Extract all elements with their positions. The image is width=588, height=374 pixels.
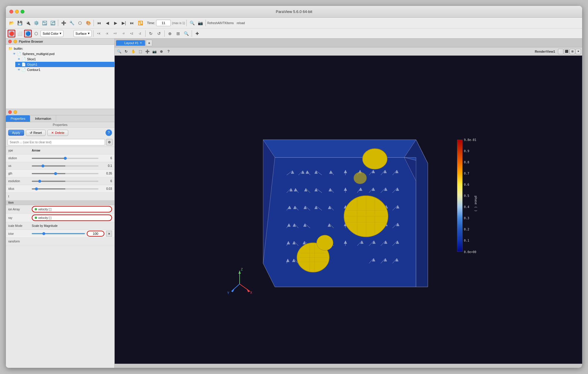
orientation-array-field[interactable]: velocity [ ] <box>32 206 112 212</box>
scale-array-field[interactable]: velocity [ ] <box>32 215 112 221</box>
tab-information[interactable]: Information <box>30 115 56 122</box>
pipeline-browser-min[interactable] <box>14 40 17 43</box>
search-settings-icon[interactable]: ⚙ <box>106 139 113 145</box>
next-frame-icon[interactable]: ▶| <box>120 19 128 27</box>
settings-icon[interactable]: 🔧 <box>68 19 76 27</box>
pipeline-item-spheres[interactable]: 👁 📄 Spheres_multigrid.pvd <box>11 51 114 56</box>
prop-slider-container-gth: 0.35 <box>32 172 112 175</box>
play-icon[interactable]: ▶ <box>112 19 119 27</box>
rv-close-icon[interactable]: ✕ <box>576 49 581 54</box>
minimize-button[interactable] <box>15 10 19 14</box>
rt-pan-icon[interactable]: ✋ <box>130 48 136 55</box>
pipeline-item-slice1[interactable]: 👁 📄 Slice1 <box>15 56 114 62</box>
view-x-neg[interactable]: -X <box>103 30 111 37</box>
rt-rotate-icon[interactable]: ↻ <box>123 48 129 55</box>
properties-panel-title: Properties <box>6 122 114 128</box>
render-viewport[interactable]: 9.8e-01 0.9 0.8 0.7 0.6 0.5 0.4 0.3 0.2 … <box>115 56 582 368</box>
reset-button[interactable]: ↺ Reset <box>26 130 46 136</box>
disconnect-icon[interactable]: ⚙️ <box>32 19 40 27</box>
pick-icon[interactable]: ✚ <box>193 30 201 37</box>
new-source-icon[interactable]: ➕ <box>60 19 67 27</box>
view-z-neg[interactable]: -Z <box>136 30 144 37</box>
first-frame-icon[interactable]: ⏮ <box>95 19 103 27</box>
rotate-cw-icon[interactable]: ↻ <box>147 30 155 37</box>
props-panel-close[interactable] <box>8 110 12 114</box>
magnify-icon[interactable]: 🔍 <box>188 19 196 27</box>
rt-help-icon[interactable]: ? <box>165 48 172 55</box>
rv-split-v-icon[interactable]: ⬛ <box>564 49 569 54</box>
rt-axes-icon[interactable]: ⊕ <box>158 48 165 55</box>
rt-camera-icon[interactable]: 📷 <box>151 48 158 55</box>
view-x-pos[interactable]: +X <box>95 30 103 37</box>
view-y-pos[interactable]: +Y <box>111 30 119 37</box>
window-title: ParaView 5.6.0 64-bit <box>276 9 312 14</box>
save-file-icon[interactable]: 💾 <box>16 19 24 27</box>
undo-icon[interactable]: ↩️ <box>41 19 48 27</box>
prev-frame-icon[interactable]: ◀ <box>103 19 111 27</box>
pipeline-item-contour1[interactable]: 👁 📄 Contour1 <box>15 67 114 72</box>
time-label: Time: <box>147 21 155 25</box>
loop-icon[interactable]: 🔁 <box>136 19 144 27</box>
gth-slider[interactable] <box>32 173 98 174</box>
rt-pick-icon[interactable]: ➕ <box>144 48 151 55</box>
scale-array-value: velocity [ ] <box>38 216 51 220</box>
titlebar: ParaView 5.6.0 64-bit <box>6 6 582 18</box>
props-panel-min[interactable] <box>14 110 17 114</box>
redo-icon[interactable]: ↪️ <box>49 19 56 27</box>
open-file-icon[interactable]: 📂 <box>8 19 15 27</box>
pipeline-item-builtin[interactable]: 📁 builtin: <box>6 46 114 51</box>
rv-maximize-icon[interactable]: ⊞ <box>570 49 575 54</box>
surface-label: Surface <box>76 32 87 35</box>
filter-icon[interactable]: ⬡ <box>76 19 84 27</box>
layout-add-button[interactable]: + <box>146 40 152 46</box>
pipeline-item-glyph1-label: Glyph1 <box>27 63 37 66</box>
last-frame-icon[interactable]: ⏭ <box>128 19 136 27</box>
prop-row-us: us 0.1 <box>6 162 114 170</box>
pipeline-item-builtin-label: builtin: <box>14 47 23 50</box>
rt-select-icon[interactable]: ⬚ <box>137 48 143 55</box>
view-z-pos[interactable]: +Z <box>128 30 136 37</box>
time-max-label: (max is 1) <box>172 21 185 25</box>
coloring-dropdown[interactable]: Solid Color ▾ <box>41 30 64 37</box>
help-button[interactable]: ? <box>106 129 112 136</box>
reset-camera-icon[interactable]: ⊕ <box>166 30 174 37</box>
left-panel: Pipeline Browser 📁 builtin: 👁 📄 Spheres_… <box>6 39 115 368</box>
layout-tab-close-icon[interactable]: ✕ <box>140 41 142 44</box>
surface-icon[interactable]: 🔵 <box>24 30 32 37</box>
us-slider[interactable] <box>32 165 98 167</box>
scale-factor-reset-btn[interactable]: ✕ <box>106 231 112 237</box>
camera-icon[interactable]: 📷 <box>196 19 204 27</box>
delete-button[interactable]: ✕ Delete <box>47 130 68 136</box>
outline-icon[interactable]: ⬜ <box>16 30 24 37</box>
rotate-ccw-icon[interactable]: ↺ <box>155 30 163 37</box>
scene-svg: 9.8e-01 0.9 0.8 0.7 0.6 0.5 0.4 0.3 0.2 … <box>216 116 481 307</box>
glyph-icon[interactable]: 🔴 <box>8 30 15 37</box>
view-y-neg[interactable]: -Y <box>120 30 127 37</box>
idius-slider[interactable] <box>32 188 98 190</box>
color-icon[interactable]: 🎨 <box>84 19 92 27</box>
scale-factor-input-box[interactable]: 100 <box>87 231 104 237</box>
representation-dropdown[interactable]: Surface ▾ <box>74 30 92 37</box>
rv-split-h-icon[interactable]: ⬜ <box>558 49 563 54</box>
apply-button[interactable]: Apply <box>8 130 24 136</box>
search-input[interactable] <box>8 139 105 145</box>
horizontal-scrollbar[interactable] <box>115 364 582 368</box>
connect-icon[interactable]: 🔌 <box>24 19 32 27</box>
tab-properties[interactable]: Properties <box>6 115 30 122</box>
svg-text:phase ( ): phase ( ) <box>474 196 477 212</box>
rt-zoom-icon[interactable]: 🔍 <box>116 48 122 55</box>
wireframe-icon[interactable]: ⬡ <box>32 30 40 37</box>
zoom-to-data-icon[interactable]: ⊞ <box>174 30 182 37</box>
toolbar-sep-7 <box>164 30 165 37</box>
svg-text:0.5: 0.5 <box>464 194 469 197</box>
zoom-out-icon[interactable]: 🔍 <box>183 30 190 37</box>
file-contour1-icon: 📄 <box>21 68 26 72</box>
time-input[interactable] <box>156 20 171 26</box>
pipeline-browser-close[interactable] <box>8 40 12 43</box>
layout-tab-1[interactable]: Layout #1 ✕ <box>116 40 145 46</box>
close-button[interactable] <box>9 10 13 14</box>
esolution-slider[interactable] <box>32 181 98 182</box>
maximize-button[interactable] <box>21 10 24 14</box>
resolution-slider[interactable] <box>32 158 98 159</box>
pipeline-item-glyph1[interactable]: 👁 📄 Glyph1 <box>15 62 114 67</box>
